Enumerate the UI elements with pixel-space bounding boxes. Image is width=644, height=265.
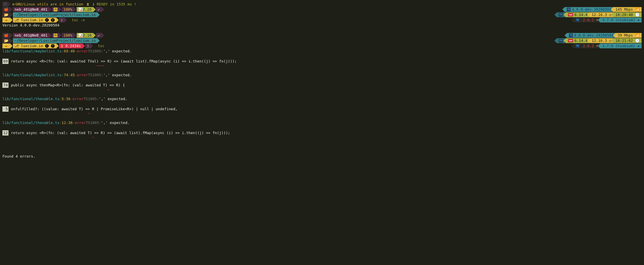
source-code: return async <R>(fn: (val: awaited TVal)… <box>11 59 237 64</box>
right-status-1a: TS4.0.0-dev.20200504 145 Mbps 📶 <box>565 7 642 12</box>
right-status-2a: TS4.0.0-dev.20200504 39 Mbps 📶 <box>567 33 642 38</box>
error-squiggle: 5 ~ <box>2 112 642 115</box>
user-host: neb_401@NeB_401 <box>13 33 49 38</box>
error-label: error <box>72 96 84 102</box>
exclaim-icon: ! <box>45 44 49 48</box>
repo-name: ⎇ luxcium.io ! ? <box>13 44 56 48</box>
apple-icon: 🍎 <box>2 7 10 12</box>
wifi-icon: 📶 <box>635 7 640 12</box>
error-col: 40 <box>70 48 75 54</box>
ts-version: TS4.0.0-dev.20200504 <box>565 7 613 12</box>
user-host: neb_401@NeB_401 <box>13 7 49 12</box>
error-header: lib/functional/thenable.ts:5:36 - error … <box>2 96 642 102</box>
error-file: lib/functional/thenable.ts <box>2 120 60 126</box>
ruby-version: TS 2.6.2 ♦ <box>574 44 600 48</box>
python-env: 3.7.6 (niobium) ✚ <box>600 18 642 22</box>
error-file: lib/functional/thenable.ts <box>2 96 60 102</box>
ready-text: ❯ READY in 1535 ms ! <box>91 2 138 7</box>
repo-name: ⎇ luxcium.io ! ? <box>13 18 56 22</box>
folder-icon: 📂 <box>2 38 10 43</box>
line-number: 12 <box>2 130 8 136</box>
error-line: 69 <box>64 48 68 54</box>
error-source-line: 5 onfulfilled?: ((value: awaited T) => R… <box>2 106 642 112</box>
error-col: 45 <box>70 72 75 78</box>
github-icon: 🐱 <box>2 18 10 22</box>
error-squiggle: 69 ~~~~ <box>2 64 642 68</box>
duration-badge: ⧗ 0.2434s <box>59 44 82 48</box>
error-msg: ',' expected. <box>101 120 130 126</box>
error-col: 36 <box>66 96 70 102</box>
error-line: 74 <box>64 72 68 78</box>
gear-icon: ⚙ <box>12 2 14 7</box>
error-line: 5 <box>62 96 64 102</box>
source-code: return async <R>(fn: (val: awaited T) =>… <box>11 130 230 136</box>
plus-icon: ✚ <box>637 43 640 48</box>
net-speed: 39 Mbps 📶 <box>616 33 642 38</box>
folder-icon: 📂 <box>2 12 10 17</box>
load-avg: 📊 2.20 <box>77 7 93 12</box>
js-badge: JS <box>52 33 59 38</box>
clock-icon: 🕓 <box>635 12 640 18</box>
right-status-1c: TS 2.6.2 ♦ 3.7.6 (niobium) ✚ <box>574 18 642 22</box>
battery-pct: 100% <box>62 33 74 38</box>
error-header: lib/functional/thenable.ts:12:38 - error… <box>2 120 642 126</box>
error-source-line: 74 public async thenMap<R>(fn: (val: awa… <box>2 82 642 88</box>
tsc-errors: lib/functional/maybelist.ts:69:40 - erro… <box>2 48 642 144</box>
branch-icon: ⎇ <box>14 43 19 48</box>
error-label: error <box>75 120 86 126</box>
line-number: 74 <box>2 82 8 88</box>
check-icon: ✔ <box>96 33 102 38</box>
prompt2-line1: 🍎 neb_401@NeB_401 JS 100% 📊 2.16 ✔ TS4.0… <box>2 33 642 38</box>
js-badge: JS <box>52 7 59 12</box>
prompt2-line3: 🐱 ⎇ luxcium.io ! ? ⧗ 0.2434s ❯ tsc TS 2.… <box>2 43 642 48</box>
error-header: lib/functional/maybelist.ts:69:40 - erro… <box>2 48 642 54</box>
source-code: public async thenMap<R>(fn: (val: awaite… <box>11 82 125 88</box>
prompt1-line3: 🐱 ⎇ luxcium.io ! ? ❯ tsc -v TS 2.6.2 ♦ 3… <box>2 18 642 23</box>
error-header: lib/functional/maybelist.ts:74:45 - erro… <box>2 72 642 78</box>
python-env: 3.7.6 (niobium) ✚ <box>600 44 642 48</box>
node-version: 12.16.3 ⌂ <box>590 12 614 17</box>
error-file: lib/functional/maybelist.ts <box>2 48 62 54</box>
error-msg: ',' expected. <box>103 72 132 78</box>
right-status-1b: TS npm6.14.4 12.16.3 ⌂ 18:20:48 🕓 <box>557 12 642 17</box>
right-status-2b: TS npm6.14.4 12.16.3 ⌂ 18:21:02 🕓 <box>557 38 642 43</box>
ts-version: TS4.0.0-dev.20200504 <box>567 33 616 38</box>
error-msg: ',' expected. <box>99 96 128 102</box>
hourglass-icon: ⧗ <box>85 2 91 7</box>
net-speed: 145 Mbps 📶 <box>613 7 642 12</box>
error-code: TS1005: <box>88 48 103 54</box>
prompt-chevron: ❯ <box>85 44 91 48</box>
branch-icon: ⎇ <box>14 18 19 23</box>
tsc-version-output: Version 4.0.0-dev.20200504 <box>2 23 642 28</box>
right-status-2c: TS 2.6.2 ♦ 3.7.6 (niobium) ✚ <box>574 44 642 48</box>
load-avg: 📊 2.16 <box>77 33 93 38</box>
prompt-chevron: ❯ <box>59 18 64 22</box>
line-number: 5 <box>2 106 8 112</box>
battery-pct: 100% <box>62 7 74 12</box>
error-code: TS1005: <box>84 96 99 102</box>
error-squiggle: 74 ~ <box>2 88 642 92</box>
wifi-icon: 📶 <box>635 33 640 38</box>
prompt2-line2: 📂 ~/Developer/LuxciumProject/luxcium.io … <box>2 38 642 43</box>
npm-version: npm6.14.4 <box>566 12 590 17</box>
line-number: 69 <box>2 59 8 64</box>
error-code: TS1005: <box>86 120 101 126</box>
error-summary: Found 4 errors. <box>2 154 642 159</box>
command-input[interactable]: tsc <box>94 43 104 48</box>
github-icon: 🐱 <box>2 44 10 48</box>
ruby-version: TS 2.6.2 ♦ <box>574 18 600 22</box>
command-input[interactable]: tsc -v <box>67 18 85 23</box>
clock-icon: 🕓 <box>635 38 640 43</box>
cwd-path: ~/Developer/LuxciumProject/luxcium.io <box>13 38 97 43</box>
clock-time: 18:21:02 🕓 <box>613 38 642 43</box>
hourglass-icon: ⧗ <box>61 43 63 48</box>
error-label: error <box>77 48 88 54</box>
check-icon: ✔ <box>96 7 102 12</box>
exclaim-icon: ! <box>45 18 49 22</box>
question-icon: ? <box>51 44 54 48</box>
gnu-text: ⚙ GNU/Linux utils are in function <box>11 2 85 7</box>
plus-icon: ✚ <box>637 18 640 23</box>
error-line: 12 <box>62 120 66 126</box>
error-msg: ',' expected. <box>103 48 132 54</box>
error-col: 38 <box>68 120 72 126</box>
